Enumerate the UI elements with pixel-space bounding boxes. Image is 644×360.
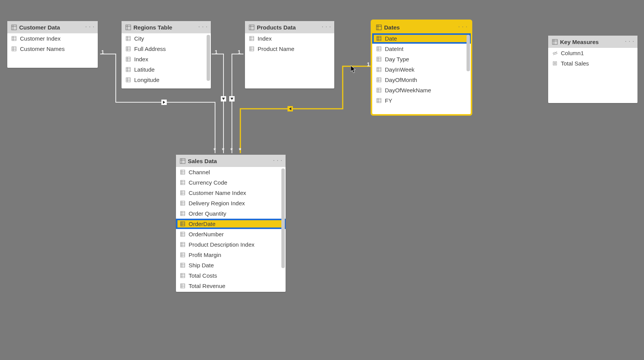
table-key-measures[interactable]: Key Measures · · · Column1 Total Sales: [548, 36, 637, 103]
field-item[interactable]: DateInt: [372, 44, 471, 54]
field-item[interactable]: Product Name: [245, 44, 334, 54]
scrollbar-thumb[interactable]: [281, 169, 285, 268]
filter-direction-arrow-icon: [229, 96, 235, 101]
table-customer-data[interactable]: Customer Data · · · Customer Index Custo…: [7, 21, 98, 68]
field-label: Product Name: [258, 46, 294, 52]
field-item[interactable]: Customer Names: [7, 44, 98, 54]
field-label: Latitude: [134, 66, 154, 73]
scrollbar-thumb[interactable]: [207, 35, 210, 81]
field-item[interactable]: Longitude: [122, 75, 211, 85]
field-item[interactable]: Ship Date: [176, 260, 286, 270]
column-icon: [180, 211, 186, 216]
field-item[interactable]: DayInWeek: [372, 64, 471, 75]
field-item[interactable]: Customer Name Index: [176, 188, 286, 198]
field-label: Date: [385, 35, 397, 42]
field-item[interactable]: Total Sales: [548, 58, 637, 69]
svg-rect-26: [126, 57, 130, 61]
column-icon: [180, 221, 186, 227]
filter-direction-arrow-icon: [161, 100, 167, 105]
more-options-icon[interactable]: · · ·: [273, 157, 283, 163]
field-item[interactable]: Product Description Index: [176, 239, 286, 250]
field-label: Product Description Index: [189, 241, 255, 248]
svg-rect-11: [12, 47, 16, 51]
field-item[interactable]: Customer Index: [7, 33, 98, 44]
table-icon: [552, 39, 558, 45]
table-icon: [376, 25, 382, 30]
field-item[interactable]: Channel: [176, 167, 286, 177]
column-icon: [180, 231, 186, 237]
more-options-icon[interactable]: · · ·: [85, 23, 95, 29]
table-title: Products Data: [257, 24, 296, 31]
table-sales-data[interactable]: Sales Data · · · Channel Currency Code C…: [176, 155, 286, 292]
table-regions[interactable]: Regions Table · · · City Full Address In…: [122, 21, 211, 88]
column-icon: [180, 180, 186, 185]
field-item[interactable]: OrderNumber: [176, 229, 286, 239]
model-view-canvas[interactable]: 1 1 1 1 * * * * Customer Data · · · Cust…: [0, 0, 644, 360]
field-item[interactable]: Index: [245, 33, 334, 44]
column-icon: [249, 36, 255, 41]
field-item[interactable]: Full Address: [122, 44, 211, 54]
field-item[interactable]: DayOfWeekName: [372, 85, 471, 95]
svg-rect-56: [377, 47, 381, 51]
svg-rect-124: [181, 253, 185, 257]
field-item[interactable]: Total Revenue: [176, 281, 286, 291]
field-item[interactable]: Column1: [548, 48, 637, 58]
column-icon: [376, 46, 382, 52]
more-options-icon[interactable]: · · ·: [199, 23, 208, 29]
field-item[interactable]: Latitude: [122, 64, 211, 75]
table-header[interactable]: Customer Data · · ·: [7, 21, 98, 33]
field-item-selected[interactable]: Date: [372, 33, 471, 44]
table-header[interactable]: Sales Data · · ·: [176, 155, 286, 167]
field-item[interactable]: City: [122, 33, 211, 44]
svg-rect-86: [555, 62, 556, 63]
column-icon: [376, 87, 382, 93]
column-icon: [180, 190, 186, 196]
field-item[interactable]: Index: [122, 54, 211, 64]
svg-rect-88: [555, 64, 556, 64]
cardinality-one: 1: [367, 61, 370, 67]
svg-marker-1: [222, 98, 225, 100]
more-options-icon[interactable]: · · ·: [322, 23, 331, 29]
cardinality-one: 1: [101, 49, 104, 55]
scrollbar-thumb[interactable]: [467, 35, 470, 71]
field-item-selected[interactable]: OrderDate: [176, 219, 286, 229]
svg-rect-132: [181, 273, 185, 278]
table-products[interactable]: Products Data · · · Index Product Name: [245, 21, 334, 88]
svg-rect-45: [250, 47, 254, 51]
svg-rect-76: [377, 98, 381, 103]
table-dates[interactable]: Dates · · · Date DateInt Day Type DayInW…: [372, 21, 471, 114]
field-list: Customer Index Customer Names: [7, 33, 98, 68]
svg-rect-60: [377, 57, 381, 61]
more-options-icon[interactable]: · · ·: [458, 23, 468, 29]
more-options-icon[interactable]: · · ·: [625, 38, 634, 44]
table-title: Dates: [384, 24, 400, 31]
field-item[interactable]: Delivery Region Index: [176, 198, 286, 208]
field-label: Currency Code: [189, 179, 227, 186]
field-item[interactable]: Currency Code: [176, 177, 286, 188]
field-label: DateInt: [385, 46, 403, 52]
table-header[interactable]: Products Data · · ·: [245, 21, 334, 33]
table-header[interactable]: Dates · · ·: [372, 21, 471, 33]
field-label: Customer Name Index: [189, 190, 246, 196]
field-item[interactable]: Total Costs: [176, 270, 286, 281]
table-icon: [249, 25, 255, 30]
field-label: Total Revenue: [189, 283, 225, 289]
field-label: City: [134, 35, 144, 42]
svg-rect-100: [181, 191, 185, 195]
svg-marker-0: [163, 101, 165, 104]
svg-rect-34: [126, 78, 130, 82]
svg-marker-3: [289, 107, 291, 110]
table-header[interactable]: Key Measures · · ·: [548, 36, 637, 48]
field-label: Full Address: [134, 46, 166, 52]
field-label: Profit Margin: [189, 252, 221, 258]
measure-icon: [552, 61, 558, 66]
field-item[interactable]: Day Type: [372, 54, 471, 64]
field-item[interactable]: FY: [372, 95, 471, 106]
table-header[interactable]: Regions Table · · ·: [122, 21, 211, 33]
svg-rect-41: [250, 36, 254, 41]
field-item[interactable]: Order Quantity: [176, 208, 286, 219]
field-item[interactable]: DayOfMonth: [372, 75, 471, 85]
svg-rect-104: [181, 201, 185, 205]
mouse-cursor-icon: [351, 65, 357, 74]
field-item[interactable]: Profit Margin: [176, 250, 286, 260]
